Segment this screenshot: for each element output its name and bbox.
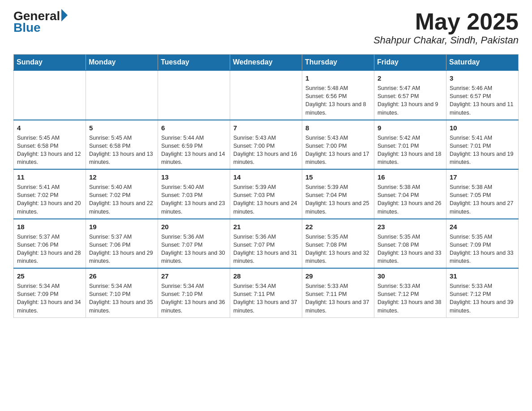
- week-row-5: 25Sunrise: 5:34 AMSunset: 7:09 PMDayligh…: [14, 268, 519, 317]
- weekday-header-monday: Monday: [86, 55, 158, 71]
- weekday-header-thursday: Thursday: [302, 55, 374, 71]
- day-number: 7: [233, 123, 299, 133]
- calendar-cell: 23Sunrise: 5:35 AMSunset: 7:08 PMDayligh…: [374, 219, 446, 269]
- calendar-cell: 4Sunrise: 5:45 AMSunset: 6:58 PMDaylight…: [14, 120, 86, 170]
- day-info: Sunrise: 5:43 AMSunset: 7:00 PMDaylight:…: [233, 134, 299, 167]
- day-number: 25: [17, 271, 82, 281]
- day-info: Sunrise: 5:48 AMSunset: 6:56 PMDaylight:…: [305, 84, 371, 117]
- day-number: 31: [450, 271, 515, 281]
- day-number: 24: [450, 222, 515, 231]
- day-info: Sunrise: 5:43 AMSunset: 7:00 PMDaylight:…: [305, 134, 371, 167]
- logo: General Blue: [13, 9, 69, 35]
- page-header: General Blue May 2025 Shahpur Chakar, Si…: [13, 9, 519, 46]
- weekday-header-tuesday: Tuesday: [158, 55, 230, 71]
- day-info: Sunrise: 5:35 AMSunset: 7:09 PMDaylight:…: [450, 233, 515, 265]
- calendar-cell: 15Sunrise: 5:39 AMSunset: 7:04 PMDayligh…: [302, 169, 374, 219]
- calendar-cell: 25Sunrise: 5:34 AMSunset: 7:09 PMDayligh…: [14, 268, 86, 317]
- day-number: 21: [233, 222, 299, 231]
- day-info: Sunrise: 5:35 AMSunset: 7:08 PMDaylight:…: [378, 233, 443, 265]
- day-info: Sunrise: 5:40 AMSunset: 7:02 PMDaylight:…: [89, 183, 154, 216]
- day-info: Sunrise: 5:34 AMSunset: 7:10 PMDaylight:…: [89, 282, 154, 315]
- week-row-3: 11Sunrise: 5:41 AMSunset: 7:02 PMDayligh…: [14, 169, 519, 219]
- calendar-cell: 29Sunrise: 5:33 AMSunset: 7:11 PMDayligh…: [302, 268, 374, 317]
- calendar-cell: 10Sunrise: 5:41 AMSunset: 7:01 PMDayligh…: [446, 120, 519, 170]
- day-info: Sunrise: 5:36 AMSunset: 7:07 PMDaylight:…: [233, 233, 299, 265]
- calendar-cell: 21Sunrise: 5:36 AMSunset: 7:07 PMDayligh…: [230, 219, 302, 269]
- calendar-cell: 30Sunrise: 5:33 AMSunset: 7:12 PMDayligh…: [374, 268, 446, 317]
- logo-blue-bottom: Blue: [13, 21, 41, 35]
- day-info: Sunrise: 5:33 AMSunset: 7:12 PMDaylight:…: [450, 282, 515, 315]
- day-info: Sunrise: 5:34 AMSunset: 7:10 PMDaylight:…: [161, 282, 227, 315]
- calendar-cell: 3Sunrise: 5:46 AMSunset: 6:57 PMDaylight…: [446, 70, 519, 120]
- calendar-cell: [230, 70, 302, 120]
- calendar-title: May 2025: [373, 9, 519, 34]
- day-info: Sunrise: 5:41 AMSunset: 7:01 PMDaylight:…: [450, 134, 515, 167]
- day-number: 4: [17, 123, 82, 133]
- day-info: Sunrise: 5:41 AMSunset: 7:02 PMDaylight:…: [17, 183, 82, 216]
- calendar-cell: 20Sunrise: 5:36 AMSunset: 7:07 PMDayligh…: [158, 219, 230, 269]
- day-info: Sunrise: 5:38 AMSunset: 7:04 PMDaylight:…: [378, 183, 443, 216]
- day-number: 5: [89, 123, 154, 133]
- day-number: 14: [233, 172, 299, 182]
- calendar-cell: 1Sunrise: 5:48 AMSunset: 6:56 PMDaylight…: [302, 70, 374, 120]
- day-info: Sunrise: 5:42 AMSunset: 7:01 PMDaylight:…: [378, 134, 443, 167]
- calendar-cell: 2Sunrise: 5:47 AMSunset: 6:57 PMDaylight…: [374, 70, 446, 120]
- weekday-header-sunday: Sunday: [14, 55, 86, 71]
- day-number: 17: [450, 172, 515, 182]
- logo-triangle-icon: [61, 9, 68, 21]
- calendar-cell: 8Sunrise: 5:43 AMSunset: 7:00 PMDaylight…: [302, 120, 374, 170]
- day-info: Sunrise: 5:46 AMSunset: 6:57 PMDaylight:…: [450, 84, 515, 117]
- day-number: 11: [17, 172, 82, 182]
- week-row-1: 1Sunrise: 5:48 AMSunset: 6:56 PMDaylight…: [14, 70, 519, 120]
- calendar-cell: 17Sunrise: 5:38 AMSunset: 7:05 PMDayligh…: [446, 169, 519, 219]
- calendar-cell: 31Sunrise: 5:33 AMSunset: 7:12 PMDayligh…: [446, 268, 519, 317]
- day-info: Sunrise: 5:45 AMSunset: 6:58 PMDaylight:…: [89, 134, 154, 167]
- day-number: 1: [305, 73, 371, 83]
- day-info: Sunrise: 5:37 AMSunset: 7:06 PMDaylight:…: [89, 233, 154, 265]
- day-info: Sunrise: 5:47 AMSunset: 6:57 PMDaylight:…: [378, 84, 443, 117]
- day-number: 13: [161, 172, 227, 182]
- day-number: 12: [89, 172, 154, 182]
- calendar-cell: 18Sunrise: 5:37 AMSunset: 7:06 PMDayligh…: [14, 219, 86, 269]
- day-number: 28: [233, 271, 299, 281]
- week-row-4: 18Sunrise: 5:37 AMSunset: 7:06 PMDayligh…: [14, 219, 519, 269]
- day-info: Sunrise: 5:34 AMSunset: 7:09 PMDaylight:…: [17, 282, 82, 315]
- day-info: Sunrise: 5:44 AMSunset: 6:59 PMDaylight:…: [161, 134, 227, 167]
- day-number: 22: [305, 222, 371, 231]
- day-number: 27: [161, 271, 227, 281]
- day-info: Sunrise: 5:34 AMSunset: 7:11 PMDaylight:…: [233, 282, 299, 315]
- day-info: Sunrise: 5:39 AMSunset: 7:04 PMDaylight:…: [305, 183, 371, 216]
- day-number: 16: [378, 172, 443, 182]
- day-info: Sunrise: 5:33 AMSunset: 7:11 PMDaylight:…: [305, 282, 371, 315]
- day-info: Sunrise: 5:36 AMSunset: 7:07 PMDaylight:…: [161, 233, 227, 265]
- calendar-cell: 26Sunrise: 5:34 AMSunset: 7:10 PMDayligh…: [86, 268, 158, 317]
- day-number: 9: [378, 123, 443, 133]
- calendar-cell: [158, 70, 230, 120]
- calendar-cell: 22Sunrise: 5:35 AMSunset: 7:08 PMDayligh…: [302, 219, 374, 269]
- title-block: May 2025 Shahpur Chakar, Sindh, Pakistan: [373, 9, 519, 46]
- calendar-cell: 11Sunrise: 5:41 AMSunset: 7:02 PMDayligh…: [14, 169, 86, 219]
- calendar-cell: 14Sunrise: 5:39 AMSunset: 7:03 PMDayligh…: [230, 169, 302, 219]
- day-number: 2: [378, 73, 443, 83]
- weekday-header-saturday: Saturday: [446, 55, 519, 71]
- day-number: 8: [305, 123, 371, 133]
- day-number: 10: [450, 123, 515, 133]
- calendar-cell: 24Sunrise: 5:35 AMSunset: 7:09 PMDayligh…: [446, 219, 519, 269]
- weekday-header-wednesday: Wednesday: [230, 55, 302, 71]
- calendar-cell: 5Sunrise: 5:45 AMSunset: 6:58 PMDaylight…: [86, 120, 158, 170]
- calendar-cell: 13Sunrise: 5:40 AMSunset: 7:03 PMDayligh…: [158, 169, 230, 219]
- day-number: 3: [450, 73, 515, 83]
- calendar-cell: 7Sunrise: 5:43 AMSunset: 7:00 PMDaylight…: [230, 120, 302, 170]
- calendar-cell: 28Sunrise: 5:34 AMSunset: 7:11 PMDayligh…: [230, 268, 302, 317]
- week-row-2: 4Sunrise: 5:45 AMSunset: 6:58 PMDaylight…: [14, 120, 519, 170]
- weekday-header-friday: Friday: [374, 55, 446, 71]
- calendar-location: Shahpur Chakar, Sindh, Pakistan: [373, 34, 519, 46]
- weekday-header-row: SundayMondayTuesdayWednesdayThursdayFrid…: [14, 55, 519, 71]
- day-info: Sunrise: 5:45 AMSunset: 6:58 PMDaylight:…: [17, 134, 82, 167]
- calendar-cell: 6Sunrise: 5:44 AMSunset: 6:59 PMDaylight…: [158, 120, 230, 170]
- calendar-cell: 16Sunrise: 5:38 AMSunset: 7:04 PMDayligh…: [374, 169, 446, 219]
- day-number: 26: [89, 271, 154, 281]
- day-info: Sunrise: 5:39 AMSunset: 7:03 PMDaylight:…: [233, 183, 299, 216]
- day-number: 20: [161, 222, 227, 231]
- day-info: Sunrise: 5:33 AMSunset: 7:12 PMDaylight:…: [378, 282, 443, 315]
